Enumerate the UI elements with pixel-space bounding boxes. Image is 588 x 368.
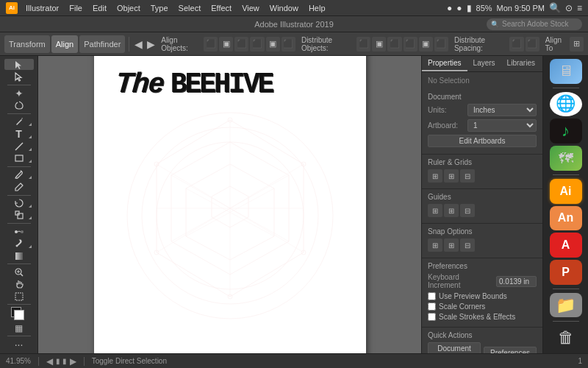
dock-trash[interactable]: 🗑 <box>550 325 582 350</box>
show-guides-btn[interactable]: ⊞ <box>444 204 459 217</box>
dist-h-space-btn[interactable]: ⬛ <box>509 37 523 52</box>
snap-to-point-btn[interactable]: ⊞ <box>444 238 459 252</box>
tab-libraries[interactable]: Libraries <box>501 56 541 71</box>
menu-view[interactable]: View <box>237 0 265 16</box>
show-grid-btn[interactable]: ⊞ <box>444 169 459 183</box>
dist-bottom-btn[interactable]: ⬛ <box>434 37 448 52</box>
eyedropper-tool[interactable] <box>4 238 34 249</box>
tab-layers[interactable]: Layers <box>467 56 501 71</box>
use-preview-bounds-checkbox[interactable] <box>428 292 436 300</box>
snap-to-pixel-btn[interactable]: ⊟ <box>460 238 475 252</box>
rotate-tool[interactable] <box>4 197 34 208</box>
panel-collapse-right[interactable]: ▶ <box>146 38 157 50</box>
artboard[interactable]: The BEEHIVE <box>94 56 366 353</box>
artboard-container: 1 The BEEHIVE <box>94 56 366 353</box>
search-placeholder: Search Adobe Stock <box>502 20 569 28</box>
blend-tool[interactable] <box>4 226 34 237</box>
dist-v-space-btn[interactable]: ⬛ <box>526 37 539 52</box>
panel-collapse-left[interactable]: ◀ <box>133 38 144 50</box>
align-bottom-btn[interactable]: ⬛ <box>282 37 295 52</box>
align-center-h-btn[interactable]: ▣ <box>219 37 233 52</box>
tab-transform[interactable]: Transform <box>4 35 50 53</box>
menu-type[interactable]: Type <box>146 0 173 16</box>
next-artboard-btn[interactable]: ▶ <box>70 356 76 367</box>
show-perspective-grid-btn[interactable]: ⊟ <box>460 169 475 183</box>
edit-artboards-button[interactable]: Edit Artboards <box>428 135 537 147</box>
search-box[interactable]: 🔍 Search Adobe Stock <box>487 18 582 30</box>
dist-left-btn[interactable]: ⬛ <box>356 37 370 52</box>
menu-window[interactable]: Window <box>265 0 304 16</box>
artboard-tool[interactable] <box>4 291 34 302</box>
document-setup-button[interactable]: Document Setup <box>428 342 481 353</box>
align-right-btn[interactable]: ⬛ <box>234 37 248 52</box>
lasso-tool[interactable] <box>4 100 34 111</box>
dist-top-btn[interactable]: ⬛ <box>404 37 417 52</box>
dock-finder[interactable]: 🖥 <box>550 59 582 84</box>
more-tools-btn[interactable]: ··· <box>4 339 34 350</box>
dist-right-btn[interactable]: ⬛ <box>387 37 401 52</box>
align-left-btn[interactable]: ⬛ <box>204 37 218 52</box>
svg-point-4 <box>15 230 18 233</box>
direct-selection-tool[interactable] <box>4 71 34 82</box>
type-tool[interactable]: T <box>4 128 34 140</box>
dist-center-v-btn[interactable]: ▣ <box>419 37 433 52</box>
tab-properties[interactable]: Properties <box>422 56 467 71</box>
preferences-button[interactable]: Preferences <box>484 347 537 354</box>
paintbrush-tool[interactable] <box>4 169 34 180</box>
hand-tool[interactable] <box>4 278 34 289</box>
dock-chrome[interactable]: 🌐 <box>550 92 582 117</box>
tool-separator-4 <box>7 195 31 196</box>
artboard-select[interactable]: 1 <box>467 119 537 132</box>
dock-separator-1 <box>553 88 579 88</box>
magic-wand-tool[interactable]: ✦ <box>4 88 34 99</box>
canvas-area[interactable]: 1 The BEEHIVE <box>38 56 421 353</box>
rectangle-tool[interactable] <box>4 153 34 164</box>
dist-center-h-btn[interactable]: ▣ <box>372 37 386 52</box>
scale-tool[interactable] <box>4 210 34 221</box>
dock-maps[interactable]: 🗺 <box>550 146 582 171</box>
align-to-btn[interactable]: ⊞ <box>570 37 584 52</box>
right-panel-tabs: Properties Layers Libraries <box>422 56 542 72</box>
dock-folder[interactable]: 📁 <box>550 293 582 318</box>
more-icon[interactable]: ≡ <box>577 3 582 13</box>
menu-select[interactable]: Select <box>173 0 207 16</box>
svg-rect-1 <box>15 155 23 161</box>
menu-effect[interactable]: Effect <box>206 0 237 16</box>
menu-object[interactable]: Object <box>112 0 146 16</box>
scale-corners-checkbox[interactable] <box>428 302 436 311</box>
canvas-text-element[interactable]: The BEEHIVE <box>116 68 273 99</box>
search-icon[interactable]: 🔍 <box>549 2 561 13</box>
scale-strokes-checkbox[interactable] <box>428 313 436 321</box>
tab-pathfinder[interactable]: Pathfinder <box>79 35 125 53</box>
pen-tool[interactable] <box>4 116 34 127</box>
units-select[interactable]: Inches Pixels mm <box>467 104 537 116</box>
selection-tool[interactable] <box>4 59 34 70</box>
menu-file[interactable]: File <box>64 0 87 16</box>
tool-separator-2 <box>7 113 31 114</box>
zoom-tool[interactable] <box>4 266 34 277</box>
menu-edit[interactable]: Edit <box>87 0 112 16</box>
gradient-tool[interactable] <box>4 250 34 261</box>
pencil-tool[interactable] <box>4 181 34 192</box>
tab-align[interactable]: Align <box>51 35 78 53</box>
line-segment-tool[interactable] <box>4 141 34 152</box>
snap-to-grid-btn[interactable]: ⊞ <box>428 238 442 252</box>
dock-illustrator[interactable]: Ai <box>550 179 582 204</box>
artboard-indicator: ▮ ▮ <box>56 357 67 365</box>
dock-powerpoint[interactable]: P <box>550 260 582 285</box>
menu-illustrator[interactable]: Illustrator <box>21 0 64 16</box>
units-row: Units: Inches Pixels mm <box>428 104 537 116</box>
lock-guides-btn[interactable]: ⊞ <box>428 204 442 217</box>
dock-animate[interactable]: An <box>550 206 582 231</box>
align-center-v-btn[interactable]: ▣ <box>266 37 280 52</box>
dock-spotify[interactable]: ♪ <box>550 118 582 144</box>
align-top-btn[interactable]: ⬛ <box>250 37 264 52</box>
show-rulers-btn[interactable]: ⊞ <box>428 169 442 183</box>
menu-help[interactable]: Help <box>304 0 331 16</box>
fill-stroke[interactable] <box>4 307 34 322</box>
keyboard-increment-input[interactable] <box>496 276 537 287</box>
prev-artboard-btn[interactable]: ◀ <box>46 356 53 367</box>
clear-guides-btn[interactable]: ⊟ <box>460 204 475 217</box>
image-tile-toggle[interactable]: ▦ <box>4 322 34 333</box>
dock-acrobat[interactable]: A <box>550 233 582 258</box>
